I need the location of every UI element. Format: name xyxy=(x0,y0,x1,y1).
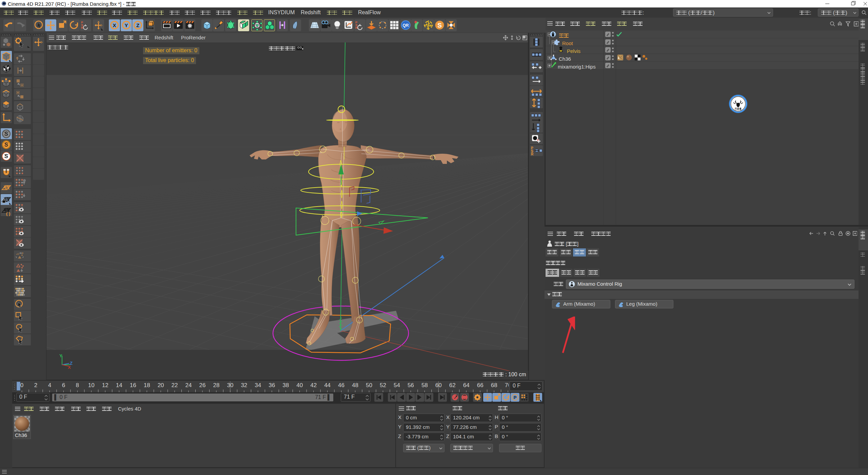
svg-text:X: X xyxy=(68,365,71,370)
svg-text:Z: Z xyxy=(136,22,139,28)
svg-text:X: X xyxy=(113,22,116,28)
svg-text:46: 46 xyxy=(338,382,344,388)
svg-text:68: 68 xyxy=(491,382,497,388)
svg-text:QR: QR xyxy=(403,23,409,28)
svg-text:6: 6 xyxy=(62,382,65,388)
svg-text:12: 12 xyxy=(102,382,108,388)
svg-text:R: R xyxy=(531,152,534,156)
svg-text:S: S xyxy=(4,142,8,148)
svg-text:16: 16 xyxy=(130,382,136,388)
svg-text:70: 70 xyxy=(505,382,509,388)
svg-text:28: 28 xyxy=(213,382,219,388)
svg-text:56: 56 xyxy=(408,382,414,388)
svg-text:44: 44 xyxy=(324,382,331,388)
svg-text:54: 54 xyxy=(394,382,400,388)
svg-text:Y: Y xyxy=(59,353,62,358)
svg-text:48: 48 xyxy=(352,382,358,388)
svg-text:P: P xyxy=(514,395,517,400)
svg-text:24: 24 xyxy=(185,382,192,388)
svg-text:22: 22 xyxy=(172,382,178,388)
svg-text:32: 32 xyxy=(241,382,247,388)
svg-text:Y: Y xyxy=(124,22,128,28)
svg-text:行走者: 行走者 xyxy=(734,107,742,110)
svg-text:64: 64 xyxy=(463,382,470,388)
svg-text:20: 20 xyxy=(158,382,164,388)
svg-text:62: 62 xyxy=(449,382,456,388)
svg-text:( ): ( ) xyxy=(6,211,10,216)
svg-text:38: 38 xyxy=(282,382,289,388)
svg-text:26: 26 xyxy=(199,382,206,388)
svg-text:52: 52 xyxy=(380,382,386,388)
svg-text:S: S xyxy=(4,153,8,159)
svg-text:42: 42 xyxy=(310,382,317,388)
svg-text:0: 0 xyxy=(20,382,23,388)
svg-text:34: 34 xyxy=(255,382,261,388)
svg-text:R: R xyxy=(355,26,358,30)
svg-text:58: 58 xyxy=(421,382,428,388)
svg-text:18: 18 xyxy=(144,382,150,388)
svg-text:R: R xyxy=(81,26,83,30)
svg-text:66: 66 xyxy=(477,382,484,388)
svg-text:14: 14 xyxy=(116,382,122,388)
svg-text:40: 40 xyxy=(296,382,303,388)
svg-text:50: 50 xyxy=(366,382,372,388)
svg-text:2: 2 xyxy=(34,382,37,388)
svg-text:8: 8 xyxy=(76,382,79,388)
svg-text:36: 36 xyxy=(269,382,275,388)
svg-text:4: 4 xyxy=(48,382,51,388)
svg-text:S: S xyxy=(4,131,8,137)
svg-text:10: 10 xyxy=(88,382,95,388)
svg-text:S: S xyxy=(437,22,442,29)
